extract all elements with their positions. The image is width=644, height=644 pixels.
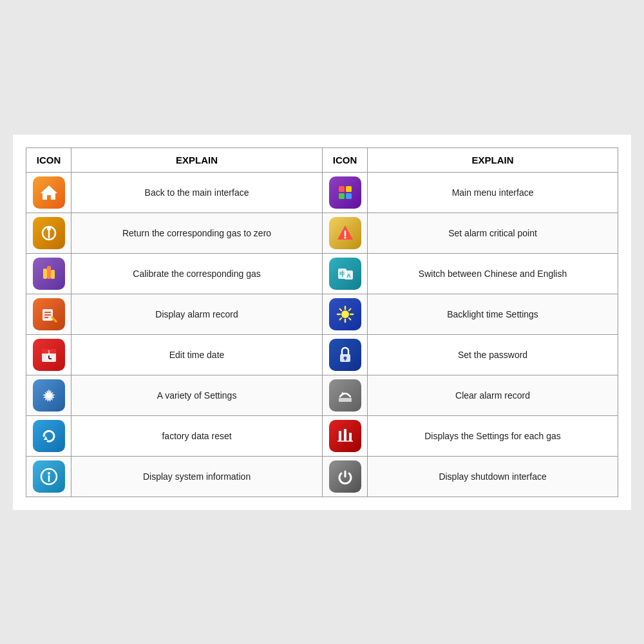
svg-rect-12 — [47, 266, 51, 279]
svg-rect-4 — [346, 193, 352, 199]
svg-rect-42 — [339, 431, 341, 441]
right-icon-cell — [323, 294, 368, 334]
svg-rect-44 — [349, 433, 352, 441]
svg-rect-1 — [339, 186, 345, 192]
right-explain-cell: Display shutdown interface — [368, 456, 618, 497]
table-row: 1 Edit time date Set the password — [26, 334, 618, 375]
right-explain-cell: Set alarm critical point — [368, 213, 618, 253]
right-explain-cell: Main menu interface — [368, 172, 618, 213]
svg-point-10 — [344, 236, 346, 238]
left-icon-cell — [26, 375, 71, 415]
left-icon-cell — [26, 294, 71, 334]
svg-point-22 — [341, 310, 349, 318]
left-explain-cell: Display system information — [71, 456, 323, 497]
right-icon-cell — [323, 456, 368, 497]
right-icon-cell: 中 A — [323, 253, 368, 294]
svg-rect-11 — [43, 269, 47, 279]
col1-icon-header: ICON — [26, 147, 71, 172]
left-explain-cell: Edit time date — [71, 334, 323, 375]
right-explain-cell: Switch between Chinese and English — [368, 253, 618, 294]
svg-rect-3 — [339, 193, 345, 199]
left-icon-cell: 1 — [26, 334, 71, 375]
table-row: factory data reset Displays the Settings… — [26, 415, 618, 456]
right-explain-cell: Set the password — [368, 334, 618, 375]
right-icon-cell — [323, 213, 368, 253]
table-row: Display system information Display shutd… — [26, 456, 618, 497]
left-icon-cell — [26, 456, 71, 497]
left-explain-cell: A variety of Settings — [71, 375, 323, 415]
table-row: Back to the main interface Main menu int… — [26, 172, 618, 213]
left-explain-cell: Return the corresponding gas to zero — [71, 213, 323, 253]
col2-explain-header: EXPLAIN — [368, 147, 618, 172]
svg-marker-0 — [41, 185, 57, 200]
left-explain-cell: Calibrate the corresponding gas — [71, 253, 323, 294]
col2-icon-header: ICON — [323, 147, 368, 172]
left-icon-cell — [26, 172, 71, 213]
svg-point-7 — [47, 227, 51, 231]
page-wrapper: ICON EXPLAIN ICON EXPLAIN Back to the ma… — [13, 135, 631, 510]
left-icon-cell — [26, 415, 71, 456]
right-icon-cell — [323, 415, 368, 456]
right-icon-cell — [323, 334, 368, 375]
right-icon-cell — [323, 172, 368, 213]
right-explain-cell: Displays the Settings for each gas — [368, 415, 618, 456]
col1-explain-header: EXPLAIN — [71, 147, 323, 172]
svg-rect-40 — [339, 398, 352, 402]
icon-table: ICON EXPLAIN ICON EXPLAIN Back to the ma… — [26, 147, 618, 497]
svg-rect-13 — [51, 270, 55, 279]
svg-rect-43 — [344, 429, 346, 441]
svg-rect-2 — [346, 186, 352, 192]
svg-text:1: 1 — [48, 350, 50, 354]
svg-point-47 — [48, 472, 50, 475]
table-row: A variety of Settings Clear alarm record — [26, 375, 618, 415]
left-icon-cell — [26, 213, 71, 253]
svg-line-30 — [339, 317, 341, 319]
svg-line-29 — [348, 308, 350, 310]
svg-line-27 — [339, 308, 341, 310]
left-explain-cell: factory data reset — [71, 415, 323, 456]
table-row: Return the corresponding gas to zero Set… — [26, 213, 618, 253]
left-explain-cell: Display alarm record — [71, 294, 323, 334]
right-icon-cell — [323, 375, 368, 415]
right-explain-cell: Clear alarm record — [368, 375, 618, 415]
svg-text:A: A — [346, 272, 351, 279]
table-row: Display alarm record Backlight time Sett… — [26, 294, 618, 334]
table-row: Calibrate the corresponding gas 中 A Swit… — [26, 253, 618, 294]
right-explain-cell: Backlight time Settings — [368, 294, 618, 334]
left-explain-cell: Back to the main interface — [71, 172, 323, 213]
left-icon-cell — [26, 253, 71, 294]
svg-line-28 — [348, 317, 350, 319]
